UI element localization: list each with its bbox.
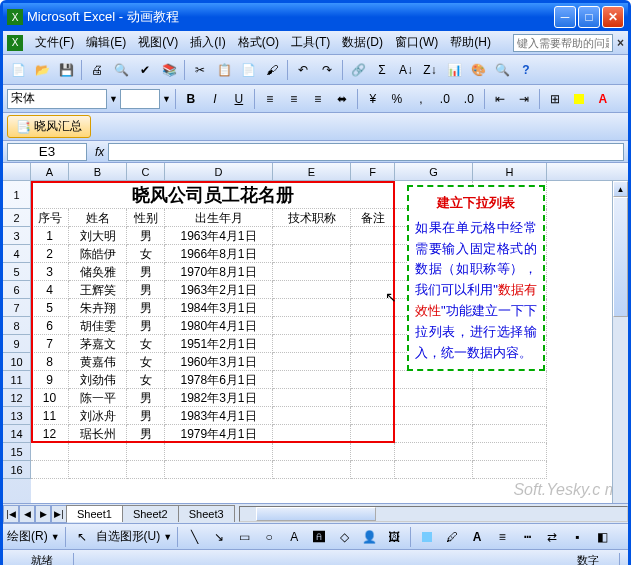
cell[interactable] [273, 353, 351, 371]
3d-button[interactable]: ◧ [591, 526, 613, 548]
cell[interactable] [273, 389, 351, 407]
cell[interactable]: 2 [31, 245, 69, 263]
cell[interactable]: 琚长州 [69, 425, 127, 443]
cell[interactable]: 茅嘉文 [69, 335, 127, 353]
copy-button[interactable]: 📋 [213, 59, 235, 81]
autoshapes-menu[interactable]: 自选图形(U) [96, 528, 161, 545]
cell[interactable]: 11 [31, 407, 69, 425]
cell[interactable]: 男 [127, 263, 165, 281]
cell[interactable]: 胡佳雯 [69, 317, 127, 335]
sheet-tab-Sheet1[interactable]: Sheet1 [66, 505, 123, 522]
increase-indent-button[interactable]: ⇥ [513, 88, 535, 110]
cell[interactable]: 男 [127, 317, 165, 335]
help-search-input[interactable] [513, 34, 613, 52]
picture-button[interactable]: 🖼 [383, 526, 405, 548]
align-right-button[interactable]: ≡ [307, 88, 329, 110]
row-header-3[interactable]: 3 [3, 227, 31, 245]
cell[interactable]: 王辉笑 [69, 281, 127, 299]
cell[interactable]: 男 [127, 425, 165, 443]
cell[interactable]: 男 [127, 227, 165, 245]
merge-center-button[interactable]: ⬌ [331, 88, 353, 110]
open-button[interactable]: 📂 [31, 59, 53, 81]
header-cell[interactable]: 技术职称 [273, 209, 351, 227]
horizontal-scrollbar[interactable] [239, 506, 628, 522]
select-all-corner[interactable] [3, 163, 31, 180]
cell[interactable]: 1983年4月1日 [165, 407, 273, 425]
cell[interactable]: 男 [127, 389, 165, 407]
save-button[interactable]: 💾 [55, 59, 77, 81]
cell[interactable] [351, 317, 395, 335]
menu-item-3[interactable]: 插入(I) [184, 32, 231, 53]
row-header-12[interactable]: 12 [3, 389, 31, 407]
format-painter-button[interactable]: 🖌 [261, 59, 283, 81]
tab-next-button[interactable]: ▶ [35, 505, 51, 523]
drawing-button[interactable]: 🎨 [467, 59, 489, 81]
select-objects-button[interactable]: ↖ [71, 526, 93, 548]
col-header-G[interactable]: G [395, 163, 473, 180]
autosum-button[interactable]: Σ [371, 59, 393, 81]
cell[interactable]: 男 [127, 407, 165, 425]
cell[interactable]: 刘冰舟 [69, 407, 127, 425]
underline-button[interactable]: U [228, 88, 250, 110]
cell[interactable]: 1978年6月1日 [165, 371, 273, 389]
cell[interactable]: 女 [127, 245, 165, 263]
col-header-B[interactable]: B [69, 163, 127, 180]
clipart-button[interactable]: 👤 [358, 526, 380, 548]
menu-item-4[interactable]: 格式(O) [232, 32, 285, 53]
cell[interactable]: 1963年2月1日 [165, 281, 273, 299]
cell[interactable] [165, 443, 273, 461]
row-header-8[interactable]: 8 [3, 317, 31, 335]
cell[interactable] [473, 371, 547, 389]
cell[interactable]: 3 [31, 263, 69, 281]
new-button[interactable]: 📄 [7, 59, 29, 81]
menu-item-8[interactable]: 帮助(H) [444, 32, 497, 53]
cell[interactable] [273, 227, 351, 245]
cell[interactable]: 陈皓伊 [69, 245, 127, 263]
header-cell[interactable]: 序号 [31, 209, 69, 227]
decrease-indent-button[interactable]: ⇤ [489, 88, 511, 110]
arrow-button[interactable]: ↘ [208, 526, 230, 548]
col-header-E[interactable]: E [273, 163, 351, 180]
header-cell[interactable]: 性别 [127, 209, 165, 227]
cell[interactable]: 1960年3月1日 [165, 353, 273, 371]
percent-button[interactable]: % [386, 88, 408, 110]
cell[interactable] [127, 443, 165, 461]
redo-button[interactable]: ↷ [316, 59, 338, 81]
cell[interactable]: 男 [127, 281, 165, 299]
line-button[interactable]: ╲ [183, 526, 205, 548]
sheet-tab-Sheet3[interactable]: Sheet3 [178, 505, 235, 522]
cell[interactable] [395, 407, 473, 425]
cell[interactable] [473, 461, 547, 479]
col-header-D[interactable]: D [165, 163, 273, 180]
row-header-1[interactable]: 1 [3, 181, 31, 209]
row-header-15[interactable]: 15 [3, 443, 31, 461]
align-left-button[interactable]: ≡ [259, 88, 281, 110]
chart-button[interactable]: 📊 [443, 59, 465, 81]
wordart-button[interactable]: 🅰 [308, 526, 330, 548]
workbook-icon[interactable]: X [7, 35, 23, 51]
row-header-11[interactable]: 11 [3, 371, 31, 389]
cell[interactable] [351, 425, 395, 443]
cell[interactable] [395, 389, 473, 407]
title-cell[interactable]: 晓风公司员工花名册 [31, 181, 395, 209]
borders-button[interactable]: ⊞ [544, 88, 566, 110]
fx-button[interactable]: fx [95, 145, 104, 159]
minimize-button[interactable]: ─ [554, 6, 576, 28]
cell[interactable] [395, 425, 473, 443]
cell[interactable] [69, 443, 127, 461]
name-box[interactable] [7, 143, 87, 161]
line-color-button[interactable]: 🖊 [441, 526, 463, 548]
fill-color-button[interactable] [568, 88, 590, 110]
cell[interactable]: 5 [31, 299, 69, 317]
fill-color-draw-button[interactable] [416, 526, 438, 548]
font-select[interactable] [7, 89, 107, 109]
cell[interactable]: 储奂雅 [69, 263, 127, 281]
cell[interactable] [473, 389, 547, 407]
cell[interactable]: 8 [31, 353, 69, 371]
sheet-tab-Sheet2[interactable]: Sheet2 [122, 505, 179, 522]
cell[interactable] [473, 443, 547, 461]
bold-button[interactable]: B [180, 88, 202, 110]
header-cell[interactable]: 姓名 [69, 209, 127, 227]
cell[interactable] [273, 299, 351, 317]
print-button[interactable]: 🖨 [86, 59, 108, 81]
